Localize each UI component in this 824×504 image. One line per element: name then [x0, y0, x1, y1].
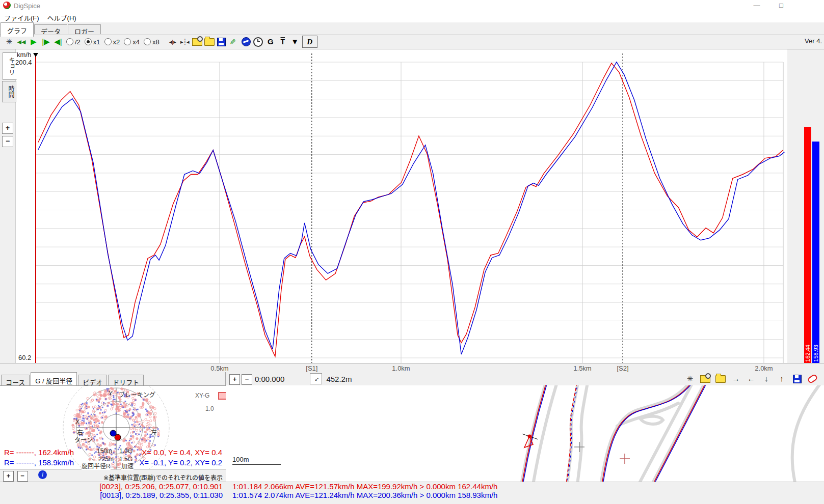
play-icon[interactable]: ▶	[29, 36, 39, 47]
center-position-icon[interactable]: ✳	[4, 36, 14, 47]
expand-width-icon[interactable]: ◂|▸	[168, 36, 178, 47]
measure-button[interactable]	[310, 373, 322, 384]
track-map[interactable]: 100m	[226, 385, 824, 482]
ruler-icon	[312, 375, 320, 383]
current-speed-blue-value: 158.93	[813, 345, 819, 362]
g-panel-tabs: コースG / 旋回半径ビデオドリフト	[0, 372, 225, 385]
map-zoom-out-button[interactable]: −	[242, 374, 252, 385]
g-tab-1[interactable]: G / 旋回半径	[31, 372, 77, 387]
save-icon[interactable]	[217, 36, 227, 47]
x-tick-1.5km: 1.5km	[567, 365, 598, 372]
app-icon	[3, 2, 11, 9]
chart-side-column: キョリ時間+−	[0, 49, 16, 363]
lap-blue-times: [0013], 0:25.189, 0:25.355, 0:11.030	[0, 491, 223, 499]
map-zoom-in-button[interactable]: +	[229, 374, 240, 385]
center-position-icon[interactable]: ✳	[685, 373, 695, 384]
arrow-right-icon[interactable]: →	[731, 373, 741, 384]
readout-red-xy: X= 0.0, Y= 0.4, XY= 0.4	[142, 448, 222, 457]
step-forward-icon[interactable]: |▶	[41, 36, 51, 47]
window-title: DigSpice	[14, 2, 40, 10]
info-icon[interactable]: i	[38, 470, 47, 479]
radio-dot	[85, 38, 92, 45]
menu-item-0[interactable]: ファイル(F)	[0, 11, 43, 22]
radio-scale-x8[interactable]: x8	[144, 38, 160, 46]
g-left-label: 左	[151, 428, 157, 436]
arrow-left-icon[interactable]: ←	[746, 373, 756, 384]
radio-scale-x4[interactable]: x4	[124, 38, 140, 46]
current-speed-blue-bar: 158.93	[812, 142, 819, 363]
google-earth-icon[interactable]	[241, 36, 251, 47]
minimize-button[interactable]: —	[749, 1, 764, 10]
fit-width-icon[interactable]: ▸┊◂	[180, 36, 190, 47]
lap-clock-icon[interactable]	[253, 36, 263, 47]
lap-marker-icon[interactable]	[807, 373, 817, 384]
x-tick-1.0km: 1.0km	[386, 365, 416, 372]
series-lap-0013	[38, 62, 785, 354]
x-tick-[S1]: [S1]	[297, 365, 327, 372]
t-marker-icon[interactable]: T	[278, 36, 288, 47]
speed-chart-section[interactable]: キョリ時間+− km/h 200.4 60.2 162.44158.93	[0, 49, 824, 363]
main-toolbar: ✳◀◀▶|▶◀|/2x1x2x4x8◂|▸▸┊◂GT▼D	[0, 34, 824, 49]
map-panel: + − 0:00.000 452.2m ✳→←↓↑ 100m	[226, 372, 824, 482]
current-speed-red-value: 162.44	[805, 345, 811, 362]
y-axis-max-label: 200.4	[15, 59, 32, 66]
g-g1-label: 1.0G	[119, 447, 132, 455]
open-file-glyph	[204, 38, 215, 46]
g-polar-plot[interactable]: Y ブレーキング X 右 ターン 左 150m 1.0G 225m 1.5G 旋…	[0, 385, 226, 470]
radio-label: x1	[93, 38, 100, 46]
open-file-icon[interactable]	[204, 36, 215, 47]
radio-label: x8	[152, 38, 160, 46]
position-marker-icon[interactable]	[33, 53, 38, 57]
lap-marker-glyph	[807, 374, 818, 384]
drift-mode-icon[interactable]: D	[302, 36, 317, 48]
zoom-out-button[interactable]: −	[2, 136, 13, 147]
save-glyph	[217, 38, 226, 46]
g-zoom-in-button[interactable]: +	[3, 471, 14, 482]
main-tab-row: グラフデータロガー	[0, 22, 824, 34]
map-scale-bar	[232, 464, 281, 465]
x-axis-labels-row: 0.5km[S1]1.0km1.5km[S2]2.0km	[0, 363, 824, 373]
lap-summary-right: 1:01.184 2.066km AVE=121.57km/h MAX=199.…	[232, 482, 497, 499]
speed-chart[interactable]	[0, 49, 824, 363]
open-file-icon[interactable]	[715, 373, 726, 384]
radio-scale-/2[interactable]: /2	[66, 38, 81, 46]
track-map-drawing	[226, 385, 824, 482]
search-file-icon[interactable]	[192, 36, 202, 47]
search-file-glyph	[192, 38, 202, 46]
edit-pen-icon[interactable]	[229, 36, 239, 47]
tab-0[interactable]: グラフ	[1, 22, 34, 37]
map-time-readout: 0:00.000	[255, 375, 284, 383]
save-glyph	[793, 375, 802, 383]
map-toolbar-icons: ✳→←↓↑	[682, 373, 824, 384]
g-turn-label: ターン	[74, 435, 92, 444]
side-tab-0[interactable]: キョリ	[3, 52, 17, 80]
title-bar: DigSpice — □	[0, 0, 824, 11]
step-back-icon[interactable]: ◀|	[53, 36, 63, 47]
x-tick-0.5km: 0.5km	[204, 365, 235, 372]
g-zoom-out-button[interactable]: −	[17, 471, 28, 482]
arrow-up-icon[interactable]: ↑	[777, 373, 787, 384]
radio-scale-x1[interactable]: x1	[85, 38, 100, 46]
radio-dot	[104, 38, 112, 45]
side-tab-1[interactable]: 時間	[2, 81, 16, 102]
g-radius-panel: コースG / 旋回半径ビデオドリフト Y ブレーキング X 右 ターン 左 15…	[0, 372, 226, 482]
radio-label: /2	[75, 38, 81, 46]
save-icon[interactable]	[792, 373, 802, 384]
menu-item-1[interactable]: ヘルプ(H)	[43, 11, 81, 22]
radio-scale-x2[interactable]: x2	[104, 38, 120, 46]
g-legend-scale-label: 1.0	[205, 405, 214, 412]
search-file-icon[interactable]	[700, 373, 710, 384]
radio-dot	[124, 38, 131, 45]
readout-blue-radius: R= -------, 158.9km/h	[4, 458, 74, 467]
marker-down-icon[interactable]: ▼	[290, 36, 300, 47]
menu-bar: ファイル(F)ヘルプ(H)	[0, 11, 824, 22]
y-axis-unit-label: km/h	[17, 51, 31, 59]
radio-dot	[144, 38, 151, 45]
lap-clock-glyph	[253, 37, 263, 47]
rewind-icon[interactable]: ◀◀	[16, 36, 26, 47]
arrow-down-icon[interactable]: ↓	[761, 373, 772, 384]
zoom-in-button[interactable]: +	[2, 123, 13, 134]
g-analysis-icon[interactable]: G	[265, 36, 276, 47]
g-radius-axis-label: 旋回半径R	[82, 461, 111, 470]
maximize-button[interactable]: □	[774, 1, 789, 10]
